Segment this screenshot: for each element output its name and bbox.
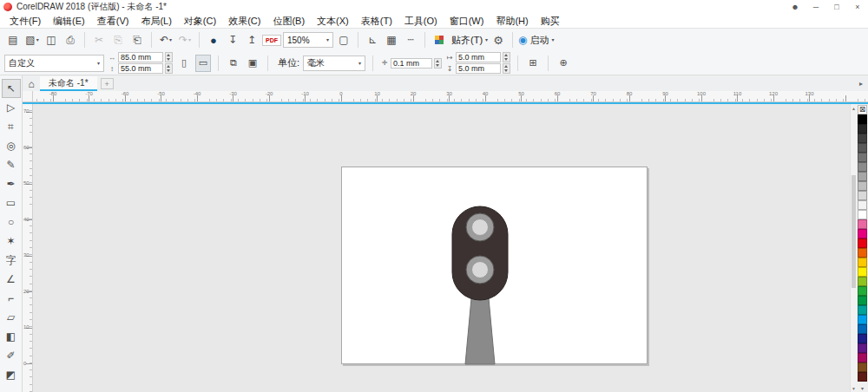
portrait-button[interactable]: ▯ bbox=[176, 55, 192, 72]
page-preset-select[interactable]: 自定义 ▾ bbox=[4, 55, 104, 72]
no-color-swatch[interactable]: ⊠ bbox=[858, 105, 867, 114]
tool-eyedropper[interactable]: ✐ bbox=[2, 346, 21, 365]
vertical-scrollbar[interactable]: ▲ ▼ bbox=[850, 104, 857, 392]
color-swatch[interactable] bbox=[858, 124, 867, 134]
import-button[interactable]: ↧ bbox=[224, 31, 241, 49]
tool-zoom[interactable]: ◎ bbox=[2, 136, 21, 155]
scrollbar-thumb[interactable] bbox=[852, 175, 856, 288]
color-swatch[interactable] bbox=[858, 134, 867, 143]
tool-artistic-media[interactable]: ✒ bbox=[2, 174, 21, 193]
color-swatch[interactable] bbox=[858, 219, 867, 229]
color-swatch[interactable] bbox=[858, 153, 867, 162]
spin-down-icon[interactable] bbox=[166, 57, 172, 62]
tool-polygon[interactable]: ✶ bbox=[2, 232, 21, 251]
color-swatch[interactable] bbox=[858, 277, 867, 286]
fullscreen-preview-button[interactable]: ▢ bbox=[335, 31, 352, 49]
new-tab-button[interactable]: + bbox=[101, 78, 114, 89]
color-swatch[interactable] bbox=[858, 191, 867, 200]
spin-down-icon[interactable] bbox=[503, 57, 510, 62]
page-height-spinner[interactable] bbox=[165, 63, 173, 74]
page-height-input[interactable]: 55.0 mm bbox=[118, 63, 163, 74]
bottom-light-lens[interactable] bbox=[472, 262, 489, 278]
units-select[interactable]: 毫米 ▾ bbox=[303, 56, 365, 71]
tool-rectangle[interactable]: ▭ bbox=[2, 193, 21, 212]
tool-drop-shadow[interactable]: ▱ bbox=[2, 308, 21, 327]
sign-in-icon[interactable]: ☻ bbox=[785, 0, 806, 14]
menu-item[interactable]: 效果(C) bbox=[222, 15, 266, 28]
color-swatch[interactable] bbox=[858, 238, 867, 248]
welcome-home-icon[interactable]: ⌂ bbox=[23, 76, 40, 91]
color-swatch[interactable] bbox=[858, 334, 867, 343]
color-swatch[interactable] bbox=[858, 305, 867, 315]
color-swatch[interactable] bbox=[858, 296, 867, 305]
color-swatch[interactable] bbox=[858, 315, 867, 324]
tool-ellipse[interactable]: ○ bbox=[2, 212, 21, 232]
color-swatch[interactable] bbox=[858, 286, 867, 296]
menu-item[interactable]: 对象(C) bbox=[178, 15, 222, 28]
palette-scroll-down-icon[interactable]: ▾ bbox=[857, 383, 868, 392]
save-button[interactable]: ◫ bbox=[43, 31, 60, 49]
print-button[interactable]: ⎙ bbox=[62, 31, 79, 49]
show-guidelines-button[interactable]: ┄ bbox=[402, 31, 419, 49]
vertical-ruler[interactable]: 706050403020100-10-20 bbox=[23, 104, 33, 392]
undo-button[interactable]: ↶▾ bbox=[157, 31, 174, 49]
spin-down-icon[interactable] bbox=[166, 69, 172, 73]
duplicate-y-spinner[interactable] bbox=[503, 63, 510, 74]
traffic-light-drawing[interactable] bbox=[449, 206, 513, 365]
color-swatch[interactable] bbox=[858, 258, 867, 267]
duplicate-x-input[interactable]: 5.0 mm bbox=[456, 52, 501, 62]
tool-transparency[interactable]: ◧ bbox=[2, 327, 21, 346]
menu-item[interactable]: 编辑(E) bbox=[47, 15, 91, 28]
close-button[interactable]: × bbox=[847, 0, 868, 14]
add-plus-button[interactable]: ⊕ bbox=[556, 55, 571, 72]
color-swatch[interactable] bbox=[858, 324, 867, 334]
pole-shape[interactable] bbox=[465, 298, 495, 364]
color-swatch[interactable] bbox=[858, 372, 867, 382]
tool-connector[interactable]: ⌐ bbox=[2, 289, 21, 308]
landscape-button[interactable]: ▭ bbox=[195, 55, 211, 72]
maximize-button[interactable]: □ bbox=[826, 0, 847, 14]
menu-item[interactable]: 布局(L) bbox=[135, 15, 177, 28]
menu-item[interactable]: 文本(X) bbox=[311, 15, 355, 28]
nudge-distance-input[interactable]: 0.1 mm bbox=[391, 58, 432, 69]
cut-button[interactable]: ✂ bbox=[90, 31, 108, 49]
page-width-input[interactable]: 85.0 mm bbox=[118, 52, 163, 62]
menu-item[interactable]: 工具(O) bbox=[398, 15, 444, 28]
show-grid-button[interactable]: ▦ bbox=[383, 31, 400, 49]
new-document-button[interactable]: ▤ bbox=[4, 31, 22, 49]
show-rulers-button[interactable]: ⊾ bbox=[364, 31, 381, 49]
menu-item[interactable]: 位图(B) bbox=[266, 15, 311, 28]
tool-dimension[interactable]: ∠ bbox=[2, 270, 21, 289]
search-content-button[interactable]: ● bbox=[205, 31, 222, 49]
horizontal-ruler[interactable]: -80-70-60-50-40-30-20-100102030405060708… bbox=[23, 91, 868, 102]
document-tab[interactable]: 未命名 -1* bbox=[40, 76, 97, 91]
publish-pdf-button[interactable]: PDF bbox=[262, 31, 281, 49]
color-swatch[interactable] bbox=[858, 363, 867, 372]
color-swatch[interactable] bbox=[858, 267, 867, 277]
canvas[interactable] bbox=[33, 104, 850, 392]
menu-item[interactable]: 查看(V) bbox=[91, 15, 135, 28]
open-button[interactable]: ▧▾ bbox=[23, 31, 41, 49]
copy-button[interactable]: ⎘ bbox=[109, 31, 127, 49]
tool-text[interactable]: 字 bbox=[2, 251, 21, 270]
tool-crop[interactable]: ⌗ bbox=[2, 117, 21, 136]
color-swatch[interactable] bbox=[858, 172, 867, 181]
spin-down-icon[interactable] bbox=[435, 63, 441, 68]
color-swatch[interactable] bbox=[858, 200, 867, 210]
menu-item[interactable]: 帮助(H) bbox=[490, 15, 534, 28]
duplicate-y-input[interactable]: 5.0 mm bbox=[456, 63, 501, 74]
menu-item[interactable]: 购买 bbox=[535, 15, 566, 28]
current-page-button[interactable]: ▣ bbox=[245, 55, 260, 72]
treat-as-filled-button[interactable]: ⊞ bbox=[525, 55, 541, 72]
ruler-origin-corner[interactable] bbox=[23, 91, 33, 102]
launch-button[interactable]: ◉启动▾ bbox=[518, 31, 555, 49]
scroll-down-icon[interactable]: ▼ bbox=[851, 384, 857, 392]
color-swatch[interactable] bbox=[858, 343, 867, 353]
menu-item[interactable]: 窗口(W) bbox=[444, 15, 490, 28]
scroll-up-icon[interactable]: ▲ bbox=[851, 104, 857, 112]
color-swatch[interactable] bbox=[858, 162, 867, 172]
nudge-spinner[interactable] bbox=[434, 58, 442, 69]
options-button[interactable]: ⚙ bbox=[490, 31, 507, 49]
spin-down-icon[interactable] bbox=[503, 69, 510, 73]
tab-scroll-right-icon[interactable]: ▸ bbox=[859, 80, 863, 88]
